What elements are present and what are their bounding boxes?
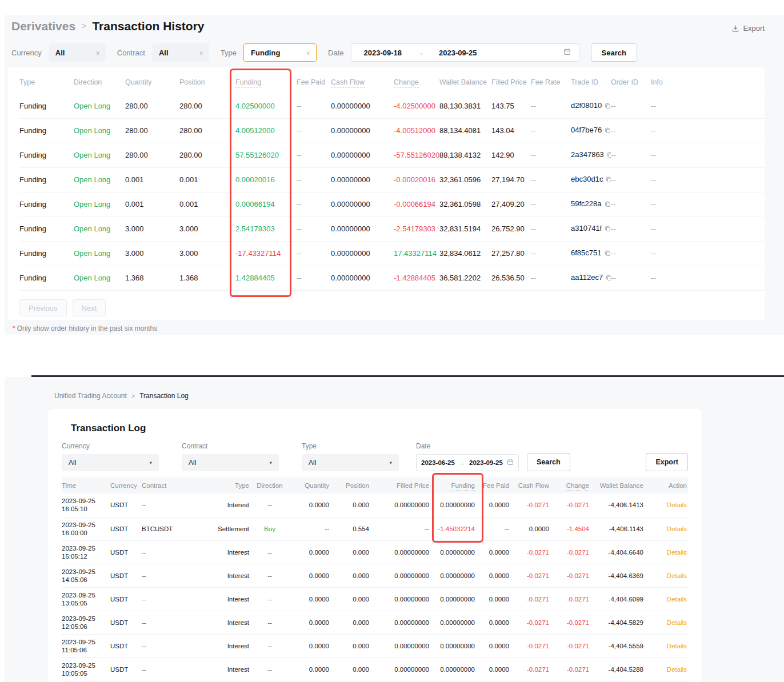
type-select[interactable]: All ▾ <box>302 454 399 471</box>
cell: 0.0000 <box>290 564 330 587</box>
time-sub: 13:05:05 <box>62 600 110 607</box>
date-to[interactable]: 2023-09-25 <box>439 49 477 57</box>
cell: -4,406.1143 <box>590 517 645 540</box>
copy-icon[interactable] <box>605 225 611 234</box>
details-link[interactable]: Details <box>667 549 687 556</box>
cell: -- <box>297 241 331 266</box>
cell: 0.000 <box>330 494 370 517</box>
contract-select[interactable]: All ▾ <box>182 454 279 471</box>
column-header-quantity: Quantity <box>125 71 179 94</box>
column-header-funding[interactable]: Funding <box>430 478 476 494</box>
export-button[interactable]: Export <box>731 24 765 33</box>
details-link[interactable]: Details <box>667 643 687 649</box>
copy-icon[interactable] <box>605 102 611 111</box>
cell: -- <box>476 517 510 540</box>
details-link[interactable]: Details <box>667 619 687 626</box>
previous-page-button[interactable]: Previous <box>19 299 67 316</box>
column-header-funding[interactable]: Funding <box>235 71 297 94</box>
cell: 280.00 <box>179 143 235 167</box>
search-button[interactable]: Search <box>527 453 570 471</box>
cell: Buy <box>250 517 290 540</box>
cell: Funding <box>19 118 74 143</box>
breadcrumb-section[interactable]: Derivatives <box>11 19 75 33</box>
column-header-cash-flow[interactable]: Cash Flow <box>331 71 394 94</box>
details-link[interactable]: Details <box>667 502 687 508</box>
table-row: 2023-09-2516:05:10USDT--Interest--0.0000… <box>62 494 688 517</box>
cell: 0.554 <box>330 517 370 540</box>
cell: 0.00020016 <box>235 167 297 192</box>
column-header-filled-price: Filled Price <box>491 71 531 94</box>
cell: 0.0000 <box>476 494 510 517</box>
cell: -4,404.5288 <box>590 657 645 681</box>
cell: -- <box>142 564 205 587</box>
cell: -0.0271 <box>550 611 590 634</box>
date-from[interactable]: 2023-09-18 <box>364 49 402 57</box>
cell: -- <box>651 216 765 241</box>
chevron-down-icon: ∨ <box>306 50 310 56</box>
cell: Open Long <box>74 192 125 216</box>
cell: 0.00000000 <box>331 94 394 118</box>
search-button[interactable]: Search <box>591 43 637 62</box>
export-button[interactable]: Export <box>646 453 688 471</box>
date-from[interactable]: 2023-06-25 <box>421 459 455 466</box>
column-header-wallet-balance: Wallet Balance <box>439 71 491 94</box>
details-link[interactable]: Details <box>667 525 687 532</box>
type-filter-label: Type <box>302 442 399 450</box>
contract-select[interactable]: All ∨ <box>152 43 209 62</box>
cell: Funding <box>19 216 74 241</box>
cell: Settlement <box>205 517 250 540</box>
cell: 0.00000000 <box>370 564 430 587</box>
column-header-change[interactable]: Change <box>550 478 590 494</box>
copy-icon[interactable] <box>607 151 611 160</box>
copy-icon[interactable] <box>606 176 611 184</box>
cell: -- <box>142 611 205 634</box>
cell: -0.0271 <box>550 540 590 564</box>
cell: -- <box>250 634 290 657</box>
details-link[interactable]: Details <box>667 572 687 579</box>
currency-select[interactable]: All ∨ <box>49 43 106 62</box>
date-range-picker[interactable]: 2023-06-25 → 2023-09-25 <box>416 454 519 471</box>
cell: 2023-09-2513:05:05 <box>62 587 110 611</box>
breadcrumb-section[interactable]: Unified Trading Account <box>54 392 127 400</box>
currency-filter-label: Currency <box>62 442 159 450</box>
copy-icon[interactable] <box>605 250 611 258</box>
column-header-direction: Direction <box>250 478 290 494</box>
breadcrumb-separator-icon: > <box>81 21 86 31</box>
cell: -2.54179303 <box>394 216 439 241</box>
copy-icon[interactable] <box>606 274 611 283</box>
cell: -- <box>370 517 430 540</box>
contract-filter-label: Contract <box>117 49 145 57</box>
cell: 26,536.50 <box>491 266 531 290</box>
time-sub: 11:05:06 <box>62 647 110 653</box>
next-page-button[interactable]: Next <box>73 299 106 316</box>
cell: 2023-09-2512:05:06 <box>62 611 110 634</box>
cell: 0.00000000 <box>331 266 394 290</box>
column-header-time: Time <box>62 478 110 494</box>
type-select[interactable]: Funding ∨ <box>243 43 317 62</box>
cell: 59fc228a <box>571 192 611 216</box>
cell: 0.0000 <box>290 587 330 611</box>
column-header-position: Position <box>330 478 370 494</box>
contract-filter-label: Contract <box>182 442 279 450</box>
details-link[interactable]: Details <box>667 596 687 603</box>
cell: 0.00000000 <box>331 143 394 167</box>
date-to[interactable]: 2023-09-25 <box>469 459 503 466</box>
date-range-picker[interactable]: 2023-09-18 → 2023-09-25 <box>351 43 579 62</box>
chevron-down-icon: ∨ <box>199 50 203 56</box>
cell: -- <box>297 192 331 216</box>
column-header-change[interactable]: Change <box>394 71 439 94</box>
cell: 0.000 <box>330 657 370 681</box>
cell: -- <box>611 118 651 143</box>
details-link[interactable]: Details <box>667 666 687 673</box>
cell: 0.00000000 <box>370 657 430 681</box>
copy-icon[interactable] <box>605 127 611 135</box>
currency-select[interactable]: All ▾ <box>62 454 159 471</box>
time-sub: 12:05:06 <box>62 623 110 630</box>
column-header-fee-paid: Fee Paid <box>476 478 510 494</box>
cell: 32,361.0598 <box>439 192 491 216</box>
cell: 0.0000 <box>290 540 330 564</box>
copy-icon[interactable] <box>605 200 611 209</box>
cell: -- <box>651 241 765 266</box>
cell: -- <box>531 216 571 241</box>
cell: 280.00 <box>179 118 235 143</box>
